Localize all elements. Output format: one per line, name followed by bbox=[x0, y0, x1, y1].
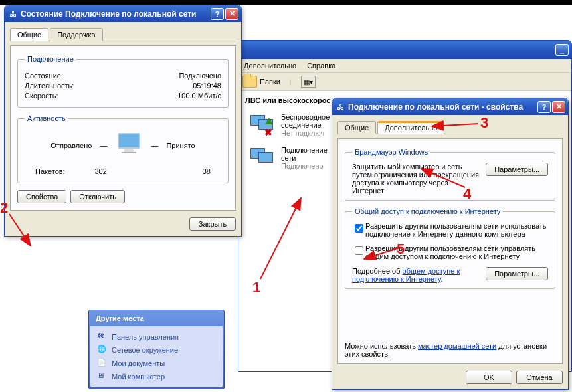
line: Подключено bbox=[281, 162, 328, 170]
ics-params-button[interactable]: Параметры... bbox=[486, 267, 548, 280]
label: Состояние: bbox=[25, 72, 63, 80]
fw-params-button[interactable]: Параметры... bbox=[486, 163, 548, 176]
close-dlg-button[interactable]: Закрыть bbox=[189, 217, 236, 231]
nic-icon bbox=[249, 146, 276, 171]
row-speed: Скорость: 100.0 Мбит/с bbox=[25, 92, 221, 100]
status-dialog: 🖧 Состояние Подключение по локальной сет… bbox=[4, 5, 242, 237]
disable-button[interactable]: Отключить bbox=[70, 190, 125, 203]
cb1-row: Разрешить другим пользователям сети испо… bbox=[352, 222, 548, 238]
row-state: Состояние: Подключено bbox=[25, 72, 221, 80]
annotation-3: 3 bbox=[480, 114, 488, 132]
status-tabs: Общие Поддержка bbox=[10, 27, 236, 41]
line: соединение bbox=[281, 121, 330, 129]
label: Длительность: bbox=[25, 82, 74, 90]
status-tabpanel: Подключение Состояние: Подключено Длител… bbox=[10, 45, 236, 211]
footer-buttons: OK Отмена bbox=[337, 371, 563, 384]
sidebar-item-control-panel[interactable]: 🛠 Панель управления bbox=[94, 330, 219, 343]
nic-icon: ✖ bbox=[249, 112, 276, 138]
network-icon: 🖧 bbox=[335, 102, 345, 112]
props-tabs: Общие Дополнительно bbox=[337, 120, 563, 134]
sidebar-item-network[interactable]: 🌐 Сетевое окружение bbox=[94, 343, 219, 357]
firewall-legend: Брандмауэр Windows bbox=[352, 148, 430, 156]
line: Подключение bbox=[281, 146, 328, 154]
line: Беспроводное bbox=[281, 113, 330, 121]
help-button[interactable]: ? bbox=[211, 8, 224, 20]
activity-group: Активность Отправлено — — Принято Пакето… bbox=[17, 114, 229, 183]
sidebar-item-label: Мой компьютер bbox=[112, 373, 165, 381]
close-button[interactable]: ✕ bbox=[225, 8, 238, 20]
allow-control-checkbox[interactable] bbox=[355, 246, 363, 255]
row-packets: Пакетов: 302 38 bbox=[25, 167, 221, 175]
value: 100.0 Мбит/с bbox=[177, 92, 221, 100]
menu-help[interactable]: Справка bbox=[307, 62, 335, 70]
ics-group: Общий доступ к подключению к Интернету Р… bbox=[345, 207, 555, 289]
minimize-button[interactable]: _ bbox=[555, 44, 569, 56]
footer-buttons: Закрыть bbox=[10, 217, 236, 231]
allow-control-label[interactable]: Разрешить другим пользователям сети упра… bbox=[365, 245, 548, 260]
firewall-text: Защитить мой компьютер и сеть путем огра… bbox=[352, 163, 480, 195]
explorer-titlebar: _ bbox=[238, 41, 571, 59]
wizard-text: Можно использовать мастер домашней сети … bbox=[345, 342, 555, 358]
sidebar-item-label: Панель управления bbox=[112, 333, 179, 341]
cb2-row: Разрешить другим пользователям сети упра… bbox=[352, 245, 548, 260]
connection-group: Подключение Состояние: Подключено Длител… bbox=[17, 55, 229, 108]
close-button[interactable]: ✕ bbox=[552, 101, 565, 113]
folders-button[interactable]: Папки bbox=[242, 76, 280, 88]
line: Нет подключ bbox=[281, 129, 330, 137]
status-title: Состояние Подключение по локальной сети bbox=[21, 9, 209, 19]
documents-icon: 📄 bbox=[97, 358, 108, 369]
allow-share-label[interactable]: Разрешить другим пользователям сети испо… bbox=[365, 222, 548, 238]
sidebar-item-label: Сетевое окружение bbox=[112, 346, 178, 354]
allow-share-checkbox[interactable] bbox=[355, 224, 363, 233]
dash: — bbox=[100, 142, 107, 149]
value: 05:19:48 bbox=[193, 82, 221, 90]
sent-label: Отправлено bbox=[50, 142, 92, 149]
label: Скорость: bbox=[25, 92, 58, 100]
tab-advanced[interactable]: Дополнительно bbox=[377, 121, 444, 134]
menubar: Дополнительно Справка bbox=[238, 59, 571, 73]
folder-icon bbox=[242, 76, 257, 88]
network-places-icon: 🌐 bbox=[97, 345, 108, 355]
monitor-icon bbox=[115, 133, 143, 158]
tab-general[interactable]: Общие bbox=[10, 28, 48, 41]
computer-icon: 🖥 bbox=[97, 371, 108, 382]
views-icon[interactable]: ▦▾ bbox=[301, 76, 316, 88]
props-title: Подключение по локальной сети - свойства bbox=[348, 102, 536, 112]
help-button[interactable]: ? bbox=[537, 101, 551, 113]
more-prefix: Подробнее об bbox=[352, 267, 403, 275]
recv-label: Принято bbox=[166, 142, 195, 149]
ok-button[interactable]: OK bbox=[466, 371, 512, 384]
other-places-title: Другие места bbox=[96, 314, 144, 322]
annotation-4: 4 bbox=[463, 185, 471, 203]
tab-support[interactable]: Поддержка bbox=[50, 28, 102, 41]
menu-extra[interactable]: Дополнительно bbox=[244, 62, 296, 70]
item-text: Подключение сети Подключено bbox=[281, 146, 328, 170]
sidebar-item-computer[interactable]: 🖥 Мой компьютер bbox=[94, 370, 219, 383]
tab-general[interactable]: Общие bbox=[337, 121, 376, 134]
control-panel-icon: 🛠 bbox=[97, 332, 108, 342]
dash: — bbox=[151, 142, 158, 149]
sidebar-item-documents[interactable]: 📄 Мои документы bbox=[94, 357, 219, 370]
row-duration: Длительность: 05:19:48 bbox=[25, 82, 221, 90]
line: сети bbox=[281, 154, 328, 162]
activity-row: Отправлено — — Принято bbox=[25, 133, 221, 158]
network-icon: 🖧 bbox=[7, 9, 18, 19]
cancel-button[interactable]: Отмена bbox=[516, 371, 563, 384]
separator: | bbox=[290, 78, 292, 86]
status-titlebar: 🖧 Состояние Подключение по локальной сет… bbox=[5, 5, 241, 22]
recv-value: 38 bbox=[184, 167, 211, 175]
annotation-2: 2 bbox=[0, 199, 8, 217]
wiz-pre: Можно использовать bbox=[345, 342, 418, 350]
sent-value: 302 bbox=[67, 167, 107, 175]
wizard-link[interactable]: мастер домашней сети bbox=[418, 342, 496, 350]
properties-button[interactable]: Свойства bbox=[17, 190, 66, 203]
firewall-group: Брандмауэр Windows Защитить мой компьюте… bbox=[345, 148, 555, 201]
value: Подключено bbox=[179, 72, 221, 80]
other-places-body: 🛠 Панель управления 🌐 Сетевое окружение … bbox=[90, 326, 223, 387]
ics-legend: Общий доступ к подключению к Интернету bbox=[352, 207, 503, 215]
other-places-header[interactable]: Другие места bbox=[89, 310, 224, 326]
connection-legend: Подключение bbox=[25, 55, 76, 63]
properties-dialog: 🖧 Подключение по локальной сети - свойст… bbox=[332, 98, 569, 390]
signal-icon bbox=[265, 118, 273, 124]
x-overlay-icon: ✖ bbox=[264, 127, 272, 138]
